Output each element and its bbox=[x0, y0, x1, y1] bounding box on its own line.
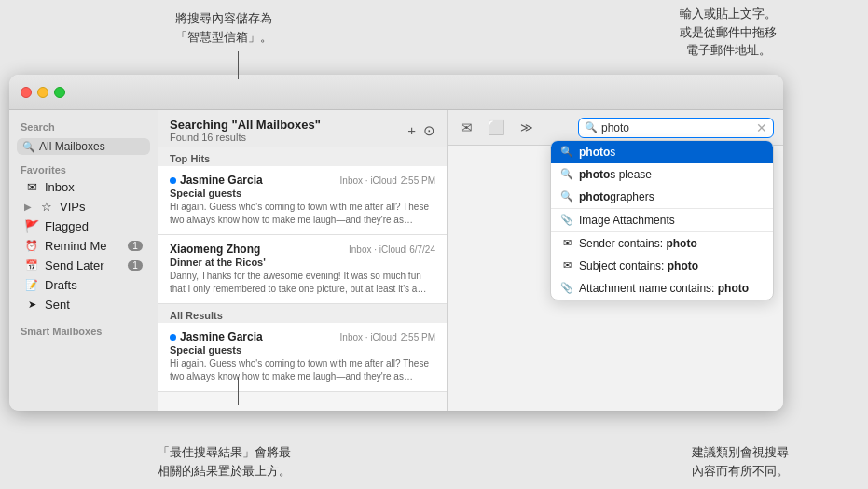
annotation-top-right: 輸入或貼上文字。 或是從郵件中拖移 電子郵件地址。 bbox=[644, 5, 812, 60]
sent-icon: ➤ bbox=[24, 299, 39, 311]
compose-icon[interactable]: ✉ bbox=[457, 118, 476, 138]
vips-chevron-icon: ▶ bbox=[24, 202, 32, 212]
dropdown-item-photos-please[interactable]: 🔍 photos please bbox=[551, 163, 773, 186]
unread-dot bbox=[170, 177, 176, 184]
annotation-bottom-left: 「最佳搜尋結果」會將最 相關的結果置於最上方。 bbox=[145, 443, 303, 480]
favorites-label: Favorites bbox=[9, 161, 158, 177]
send-later-label: Send Later bbox=[45, 258, 104, 272]
send-later-icon: 📅 bbox=[24, 259, 39, 272]
subject-icon: ✉ bbox=[560, 259, 573, 272]
email-preview: Hi again. Guess who's coming to town wit… bbox=[170, 201, 435, 227]
sender-name: Xiaomeng Zhong bbox=[170, 243, 260, 256]
sender-icon: ✉ bbox=[560, 237, 573, 249]
main-content: Searching "All Mailboxes" Found 16 resul… bbox=[158, 110, 783, 411]
drafts-label: Drafts bbox=[45, 278, 77, 292]
sidebar-item-send-later[interactable]: 📅 Send Later 1 bbox=[13, 256, 154, 275]
annotation-line-br bbox=[723, 377, 723, 405]
sent-label: Sent bbox=[45, 298, 70, 312]
inbox-label: Inbox bbox=[45, 180, 75, 194]
dropdown-item-sender-contains[interactable]: ✉ Sender contains: photo bbox=[551, 232, 773, 255]
smart-mailboxes-label: Smart Mailboxes bbox=[9, 322, 158, 339]
annotation-line-tr bbox=[723, 56, 723, 77]
flagged-icon: 🚩 bbox=[24, 219, 39, 233]
dropdown-item-image-attachments[interactable]: 📎 Image Attachments bbox=[551, 209, 773, 231]
filter-button[interactable]: ⊙ bbox=[423, 122, 435, 139]
header-actions: + ⊙ bbox=[407, 122, 435, 139]
email-subject: Special guests bbox=[170, 344, 435, 356]
close-button[interactable] bbox=[21, 87, 32, 98]
email-time: 6/7/24 bbox=[409, 244, 435, 255]
search-icon: 🔍 bbox=[585, 121, 598, 133]
search-input-field[interactable]: 🔍 ✕ bbox=[578, 118, 774, 138]
dropdown-item-photographers[interactable]: 🔍 photographers bbox=[551, 186, 773, 208]
more-options-icon[interactable]: ≫ bbox=[517, 119, 537, 136]
search-input[interactable] bbox=[601, 121, 752, 134]
sender-name: Jasmine Garcia bbox=[180, 174, 263, 187]
searching-title: Searching "All Mailboxes" bbox=[170, 118, 321, 132]
attachment-name-icon: 📎 bbox=[560, 282, 573, 294]
app-window: Search 🔍 All Mailboxes Favorites ✉ Inbox… bbox=[9, 75, 783, 411]
annotation-bottom-right: 建議類別會視搜尋 內容而有所不同。 bbox=[654, 443, 826, 480]
dropdown-item-subject-contains[interactable]: ✉ Subject contains: photo bbox=[551, 255, 773, 277]
app-body: Search 🔍 All Mailboxes Favorites ✉ Inbox… bbox=[9, 110, 783, 411]
email-subject: Dinner at the Ricos' bbox=[170, 257, 435, 268]
email-preview: Hi again. Guess who's coming to town wit… bbox=[170, 357, 435, 384]
traffic-lights bbox=[21, 87, 65, 98]
search-clear-button[interactable]: ✕ bbox=[756, 120, 767, 135]
attachment-icon: 📎 bbox=[560, 214, 573, 226]
email-item-jasmine-garcia-allresults[interactable]: Jasmine Garcia Inbox · iCloud 2:55 PM Sp… bbox=[158, 323, 447, 392]
maximize-button[interactable] bbox=[54, 87, 65, 98]
sidebar-search-icon: 🔍 bbox=[22, 141, 35, 153]
add-smartmailbox-button[interactable]: + bbox=[407, 122, 416, 139]
sidebar-item-remind-me[interactable]: ⏰ Remind Me 1 bbox=[13, 236, 154, 256]
minimize-button[interactable] bbox=[37, 87, 48, 98]
top-hits-header: Top Hits bbox=[158, 147, 447, 166]
right-toolbar: ✉ ⬜ ≫ 🔍 ✕ 🔍 bbox=[448, 110, 783, 146]
all-mailboxes-label: All Mailboxes bbox=[39, 140, 105, 153]
dropdown-item-attachment-contains[interactable]: 📎 Attachment name contains: photo bbox=[551, 277, 773, 300]
remind-me-badge: 1 bbox=[128, 241, 143, 251]
unread-dot bbox=[170, 334, 176, 341]
search-suggestion-icon: 🔍 bbox=[560, 146, 573, 158]
annotation-line-bl bbox=[238, 377, 239, 405]
send-later-badge: 1 bbox=[128, 260, 143, 271]
search-box-container: 🔍 ✕ 🔍 photos bbox=[578, 118, 774, 138]
new-window-icon[interactable]: ⬜ bbox=[484, 118, 509, 138]
sidebar-item-sent[interactable]: ➤ Sent bbox=[13, 295, 154, 314]
sidebar-search-area: 🔍 All Mailboxes bbox=[9, 134, 158, 161]
sidebar-item-inbox[interactable]: ✉ Inbox bbox=[13, 177, 154, 197]
email-item-jasmine-garcia-tophit[interactable]: Jasmine Garcia Inbox · iCloud 2:55 PM Sp… bbox=[158, 166, 447, 235]
right-panel: ✉ ⬜ ≫ 🔍 ✕ 🔍 bbox=[448, 110, 783, 411]
email-subject: Special guests bbox=[170, 188, 435, 199]
sender-name: Jasmine Garcia bbox=[180, 330, 263, 343]
email-time: 2:55 PM bbox=[401, 332, 435, 342]
title-bar bbox=[9, 75, 783, 110]
annotation-line-tl bbox=[238, 51, 239, 79]
email-time: 2:55 PM bbox=[401, 175, 435, 186]
annotation-top-left: 將搜尋內容儲存為 「智慧型信箱」。 bbox=[149, 9, 298, 46]
dropdown-item-photos[interactable]: 🔍 photos bbox=[551, 141, 773, 163]
email-list-header: Searching "All Mailboxes" Found 16 resul… bbox=[158, 110, 447, 147]
found-results: Found 16 results bbox=[170, 132, 321, 143]
sidebar-item-flagged[interactable]: 🚩 Flagged bbox=[13, 217, 154, 236]
inbox-icon: ✉ bbox=[24, 180, 39, 194]
search-suggestion-icon: 🔍 bbox=[560, 190, 573, 203]
email-list-panel: Searching "All Mailboxes" Found 16 resul… bbox=[158, 110, 448, 411]
sidebar-search-box[interactable]: 🔍 All Mailboxes bbox=[17, 138, 150, 155]
email-preview: Danny, Thanks for the awesome evening! I… bbox=[170, 270, 435, 296]
remind-me-label: Remind Me bbox=[45, 239, 106, 253]
sidebar: Search 🔍 All Mailboxes Favorites ✉ Inbox… bbox=[9, 110, 158, 411]
vips-icon: ☆ bbox=[39, 200, 54, 214]
email-location: Inbox · iCloud bbox=[340, 332, 397, 342]
all-results-header: All Results bbox=[158, 304, 447, 323]
sidebar-item-drafts[interactable]: 📝 Drafts bbox=[13, 275, 154, 295]
sidebar-search-label: Search bbox=[9, 118, 158, 134]
vips-label: VIPs bbox=[60, 200, 85, 214]
email-item-xiaomeng-zhong[interactable]: Xiaomeng Zhong Inbox · iCloud 6/7/24 Din… bbox=[158, 235, 447, 304]
email-location: Inbox · iCloud bbox=[349, 244, 406, 255]
email-location: Inbox · iCloud bbox=[340, 175, 397, 186]
flagged-label: Flagged bbox=[45, 219, 89, 233]
search-suggestion-icon: 🔍 bbox=[560, 168, 573, 180]
sidebar-item-vips[interactable]: ▶ ☆ VIPs bbox=[13, 197, 154, 217]
drafts-icon: 📝 bbox=[24, 279, 39, 291]
